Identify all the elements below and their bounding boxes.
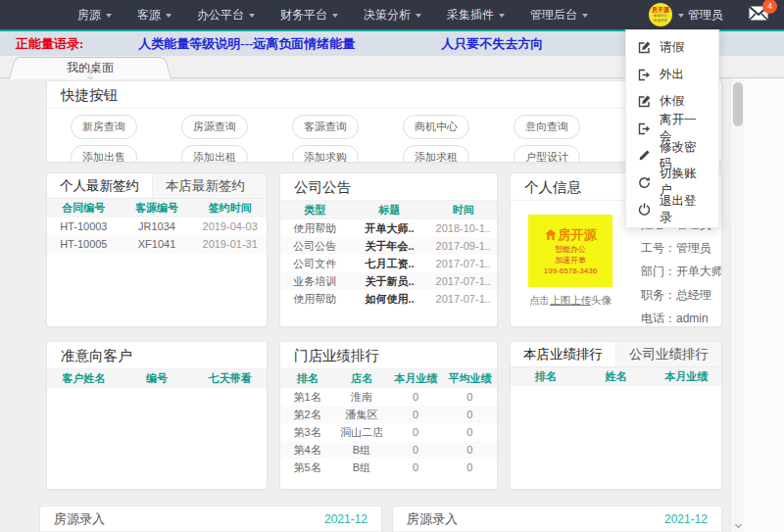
- tab-store-performance[interactable]: 本店业绩排行: [511, 342, 616, 366]
- column-header: 类型: [280, 201, 350, 219]
- table-row[interactable]: 公司文件 七月工资.. 2017-07-1..: [280, 255, 497, 272]
- table-row[interactable]: 第1名 淮南 0 0: [280, 388, 497, 406]
- customer-query-button[interactable]: 客源查询: [292, 115, 359, 139]
- user-menu-toggle[interactable]: 管理员: [678, 7, 723, 24]
- column-header: 本月业绩: [651, 367, 721, 386]
- table-row[interactable]: 第2名 潘集区 0 0: [280, 406, 497, 423]
- panel-title: 房源录入: [407, 510, 458, 528]
- contract-id: HT-10003: [47, 218, 121, 235]
- staff-rank-panel: 本店业绩排行 公司业绩排行 排名 姓名 本月业绩: [510, 341, 722, 490]
- period-selector[interactable]: 2021-12: [324, 512, 368, 526]
- logo-slogan: 加速开单: [555, 255, 586, 266]
- announcement-type: 公司文件: [280, 255, 350, 272]
- avg-performance: 0: [443, 388, 497, 406]
- house-query-button[interactable]: 房源查询: [181, 115, 248, 139]
- column-header: 客户姓名: [47, 369, 121, 388]
- dashboard-row-3: 准意向客户 客户姓名 编号 七天带看 门店业绩排行 排名 店名 本月业绩 平均业…: [46, 341, 722, 490]
- add-rent-button[interactable]: 添加出租: [181, 145, 248, 163]
- menu-label: 采集插件: [447, 7, 494, 24]
- tab-store-contracts[interactable]: 本店最新签约: [153, 173, 258, 198]
- staff-rank-tabs: 本店业绩排行 公司业绩排行: [511, 342, 721, 367]
- table-row[interactable]: 业务培训 关于新员.. 2017-07-1..: [280, 272, 497, 290]
- opportunity-center-button[interactable]: 商机中心: [403, 115, 469, 139]
- column-header: 编号: [121, 369, 194, 388]
- upload-avatar-hint[interactable]: 点击上图上传头像: [521, 294, 619, 308]
- menu-item-analytics[interactable]: 决策分析: [351, 0, 434, 29]
- table-row[interactable]: HT-10005 XF1041 2019-01-31: [47, 235, 267, 253]
- avatar[interactable]: 房开源 智能办公 加速开单: [649, 3, 672, 26]
- menu-item-housing[interactable]: 房源: [65, 0, 124, 29]
- add-rent-request-button[interactable]: 添加求租: [403, 145, 469, 163]
- latest-contracts-panel: 个人最新签约 本店最新签约 合同编号 客源编号 签约时间 HT-10003 JR…: [46, 172, 268, 327]
- customer-id: JR1034: [121, 218, 194, 235]
- profile-field-department: 部门：开单大师: [641, 264, 722, 280]
- chevron-down-icon: [416, 14, 421, 21]
- table-row[interactable]: 使用帮助 如何使用.. 2017-07-1..: [280, 290, 497, 308]
- scrollbar-thumb[interactable]: [733, 82, 743, 126]
- table-row[interactable]: 使用帮助 开单大师.. 2018-10-1..: [280, 219, 497, 237]
- logo-slogan: 智能办公: [555, 244, 586, 255]
- month-performance: 0: [389, 388, 443, 406]
- avg-performance: 0: [443, 423, 497, 441]
- announcement-date: 2018-10-1..: [429, 219, 497, 237]
- menu-item-logout[interactable]: 退出登录: [626, 196, 718, 223]
- house-icon: [545, 229, 557, 240]
- profile-avatar-image[interactable]: 房开源 智能办公 加速开单 199-6578-3436: [528, 215, 612, 287]
- menu-item-label: 外出: [660, 67, 684, 83]
- announcement-title: 关于新员..: [350, 272, 430, 290]
- period-selector[interactable]: 2021-12: [664, 512, 708, 526]
- table-row[interactable]: 第5名 B组 0 0: [280, 459, 497, 476]
- scroll-down-arrow[interactable]: [731, 518, 745, 530]
- new-house-query-button[interactable]: 新房查询: [71, 115, 137, 139]
- panel-title: 准意向客户: [47, 342, 267, 369]
- navbar-right: 房开源 智能办公 加速开单 管理员 4: [649, 3, 768, 26]
- table-row[interactable]: 第4名 B组 0 0: [280, 441, 497, 459]
- contracts-tabs: 个人最新签约 本店最新签约: [47, 173, 267, 199]
- staff-rank-table: 排名 姓名 本月业绩: [511, 367, 721, 386]
- menu-item-office[interactable]: 办公平台: [184, 0, 268, 29]
- messages-button[interactable]: 4: [749, 6, 768, 24]
- contract-id: HT-10005: [47, 235, 121, 253]
- table-header-row: 合同编号 客源编号 签约时间: [47, 199, 267, 218]
- store-rank-table: 排名 店名 本月业绩 平均业绩 第1名 淮南 0 0 第2名 潘集区: [280, 369, 497, 476]
- announcement-date: 2017-07-1..: [429, 272, 497, 290]
- table-header-row: 类型 标题 时间: [280, 201, 497, 219]
- announcements-table: 类型 标题 时间 使用帮助 开单大师.. 2018-10-1.. 公司公告 关于…: [280, 201, 497, 308]
- column-header: 七天带看: [193, 369, 267, 388]
- column-header: 姓名: [581, 367, 652, 386]
- table-row[interactable]: 第3名 洞山二店 0 0: [280, 423, 497, 441]
- rank: 第1名: [280, 388, 334, 406]
- menu-item-collector[interactable]: 采集插件: [434, 0, 517, 29]
- table-header-row: 客户姓名 编号 七天带看: [47, 369, 267, 388]
- menu-item-customers[interactable]: 客源: [124, 0, 184, 29]
- store-name: B组: [334, 441, 388, 459]
- floorplan-design-button[interactable]: 户型设计: [514, 145, 580, 163]
- announcement-title: 开单大师..: [350, 219, 430, 237]
- add-sale-button[interactable]: 添加出售: [71, 145, 137, 163]
- tab-personal-contracts[interactable]: 个人最新签约: [47, 173, 153, 198]
- tab-my-desktop[interactable]: 我的桌面: [6, 57, 174, 79]
- entry-head: 房源录入 2021-12: [393, 507, 721, 532]
- tab-company-performance[interactable]: 公司业绩排行: [616, 342, 721, 366]
- prospects-panel: 准意向客户 客户姓名 编号 七天带看: [46, 341, 268, 490]
- quick-buttons-panel: 快捷按钮 新房查询 房源查询 客源查询 商机中心 意向查询 添加出售 添加出租 …: [46, 80, 722, 163]
- column-header: 排名: [511, 367, 581, 386]
- menu-label: 客源: [137, 7, 161, 24]
- intention-query-button[interactable]: 意向查询: [514, 115, 580, 139]
- menu-item-label: 休假: [660, 93, 684, 110]
- menu-item-leave-request[interactable]: 请假: [626, 34, 718, 62]
- menu-item-admin[interactable]: 管理后台: [517, 0, 601, 29]
- pencil-icon: [638, 149, 651, 162]
- table-row[interactable]: HT-10003 JR1034 2019-04-03: [47, 218, 267, 235]
- chevron-down-icon: [499, 14, 505, 21]
- avatar-logo-text: 房开源: [652, 7, 669, 13]
- panel-title: 门店业绩排行: [280, 342, 497, 369]
- menu-item-go-out[interactable]: 外出: [626, 62, 718, 89]
- chevron-down-icon: [734, 520, 741, 527]
- menu-item-finance[interactable]: 财务平台: [268, 0, 351, 29]
- rank: 第5名: [280, 459, 334, 476]
- profile-field-position: 职务：总经理: [641, 287, 722, 304]
- table-row[interactable]: 公司公告 关于年会.. 2017-09-1..: [280, 237, 497, 255]
- vertical-scrollbar[interactable]: [730, 78, 745, 532]
- add-buy-request-button[interactable]: 添加求购: [292, 145, 359, 163]
